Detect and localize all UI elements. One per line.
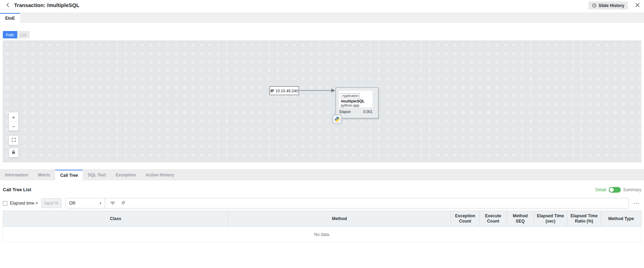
edge-arrow [3,41,641,162]
detail-tab-bar: Information Metric Call Tree SQL Text Ex… [0,169,644,180]
python-icon [332,114,342,124]
node-type-badge: Application [341,93,360,98]
call-tree-list-title: Call Tree List [3,187,31,192]
more-options-button[interactable]: ••• [632,201,641,205]
call-tree-filter-row: Elapsed time > OR ▾ ••• [3,198,641,208]
lock-layout-button[interactable] [9,148,18,157]
window-header: Transaction: /multipleSQL Slide History [0,0,644,11]
detail-summary-toggle: Detail Summary [595,187,641,193]
operator-value: OR [69,201,76,206]
tab-exception[interactable]: Exception [111,170,141,180]
ip-node-prefix: IP [270,89,274,93]
filter-condition-box: OR ▾ [65,198,629,208]
tab-call-tree[interactable]: Call Tree [55,170,83,180]
tab-etoe[interactable]: EtoE [0,13,20,23]
column-header-exception-count: Exception Count [451,211,480,227]
ip-node-address: 10.10.49.240 [275,89,298,93]
elapse-value: 0.001 [363,110,372,114]
back-button[interactable] [5,2,11,9]
tab-metric[interactable]: Metric [33,170,55,180]
topology-canvas[interactable]: IP 10.10.49.240 Application /multipleSQL… [3,40,641,162]
path-button[interactable]: Path [3,31,17,38]
switch-knob [610,188,614,192]
zoom-control: + − [9,112,18,131]
operator-select[interactable]: OR ▾ [66,198,105,208]
tab-information[interactable]: Information [0,170,33,180]
pin-icon[interactable] [120,200,126,206]
close-button[interactable] [634,2,640,9]
elapse-row: Elapse 0.001 [339,110,372,114]
fit-screen-button[interactable] [9,136,18,145]
mode-switch[interactable] [609,187,621,193]
application-node[interactable]: Application /multipleSQL python-app Elap… [336,87,378,118]
slide-history-button[interactable]: Slide History [588,1,628,10]
tab-sql-text[interactable]: SQL Text [83,170,111,180]
column-header-method: Method [228,211,451,227]
column-header-class: Class [3,211,228,227]
elapsed-percent-input[interactable] [41,198,62,208]
transaction-detail-window: Transaction: /multipleSQL Slide History … [0,0,644,268]
transaction-name: /multipleSQL [341,99,371,103]
close-icon [635,2,640,9]
agent-name: python-app [341,103,371,107]
list-button[interactable]: List [17,31,30,38]
detail-label: Detail [595,187,606,192]
slide-history-label: Slide History [599,3,624,8]
tab-active-history[interactable]: Active History [141,170,179,180]
summary-label: Summary [623,187,641,192]
empty-row: No data. [3,227,642,242]
caret-down-icon: ▾ [100,201,101,205]
ip-node[interactable]: IP 10.10.49.240 [269,86,299,95]
no-data-message: No data. [3,227,642,242]
column-header-elapsed-ratio: Elapsed Time Ratio (%) [567,211,601,227]
chevron-left-icon [6,2,11,9]
zoom-out-button[interactable]: − [9,121,18,131]
column-header-method-seq: Method SEQ [507,211,534,227]
application-node-card: Application /multipleSQL python-app [339,91,372,107]
view-toggle: Path List [3,31,30,38]
fullscreen-icon [11,137,16,144]
elapsed-time-label: Elapsed time > [10,201,38,206]
call-tree-table: Class Method Exception Count Execute Cou… [3,211,642,242]
page-title: Transaction: /multipleSQL [14,2,79,8]
zoom-in-button[interactable]: + [9,112,18,121]
lock-icon [11,150,16,156]
column-header-execute-count: Execute Count [480,211,507,227]
elapsed-time-checkbox[interactable] [3,201,7,206]
column-header-method-type: Method Type [601,211,642,227]
column-header-elapsed-time: Elapsed Time (sec) [534,211,567,227]
table-header-row: Class Method Exception Count Execute Cou… [3,211,642,227]
elapse-label: Elapse [339,110,351,114]
clock-icon [592,3,597,8]
filter-icon[interactable] [110,201,116,206]
etoe-tab-bar: EtoE [0,13,644,23]
